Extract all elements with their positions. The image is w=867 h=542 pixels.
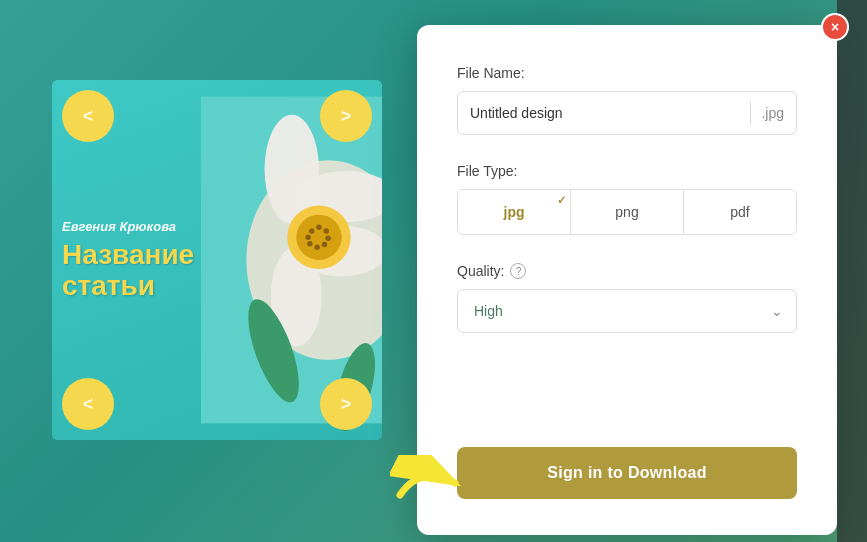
download-button[interactable]: Sign in to Download (457, 447, 797, 499)
file-name-label: File Name: (457, 65, 797, 81)
right-sidebar-strip (837, 0, 867, 542)
filetype-buttons: jpg png pdf (457, 189, 797, 235)
corner-br: > (320, 378, 372, 430)
article-title: Названиестатьи (62, 240, 202, 302)
svg-point-14 (307, 241, 312, 246)
svg-point-15 (305, 235, 310, 240)
svg-point-12 (321, 242, 326, 247)
quality-section: Quality: ? Low Medium High ⌄ (457, 263, 797, 333)
quality-label-row: Quality: ? (457, 263, 797, 279)
quality-help-icon[interactable]: ? (510, 263, 526, 279)
corner-br-icon: > (341, 394, 352, 415)
svg-point-9 (316, 225, 321, 230)
quality-select-wrapper: Low Medium High ⌄ (457, 289, 797, 333)
filename-ext: .jpg (761, 105, 784, 121)
filename-divider (750, 101, 751, 125)
svg-point-11 (325, 235, 330, 240)
svg-point-8 (308, 228, 313, 233)
arrow-icon (390, 455, 470, 510)
svg-point-13 (314, 245, 319, 250)
filetype-jpg-button[interactable]: jpg (458, 190, 571, 234)
corner-tl: < (62, 90, 114, 142)
close-button[interactable]: × (821, 13, 849, 41)
quality-select[interactable]: Low Medium High (457, 289, 797, 333)
preview-text-area: Евгения Крюкова Названиестатьи (62, 219, 202, 302)
svg-point-7 (296, 215, 341, 260)
filetype-pdf-button[interactable]: pdf (684, 190, 796, 234)
modal-panel: × File Name: .jpg File Type: jpg png pdf… (417, 25, 837, 535)
corner-tr: > (320, 90, 372, 142)
filename-row: .jpg (457, 91, 797, 135)
quality-label: Quality: (457, 263, 504, 279)
corner-bl: < (62, 378, 114, 430)
svg-point-10 (323, 228, 328, 233)
arrow-container (390, 455, 470, 514)
filename-input[interactable] (470, 105, 740, 121)
preview-card: < > < > Евгения Крюкова Названиестатьи (52, 80, 382, 440)
corner-tr-icon: > (341, 106, 352, 127)
corner-tl-icon: < (83, 106, 94, 127)
author-name: Евгения Крюкова (62, 219, 202, 234)
filetype-section: File Type: jpg png pdf (457, 163, 797, 235)
filetype-label: File Type: (457, 163, 797, 179)
corner-bl-icon: < (83, 394, 94, 415)
filetype-png-button[interactable]: png (571, 190, 684, 234)
